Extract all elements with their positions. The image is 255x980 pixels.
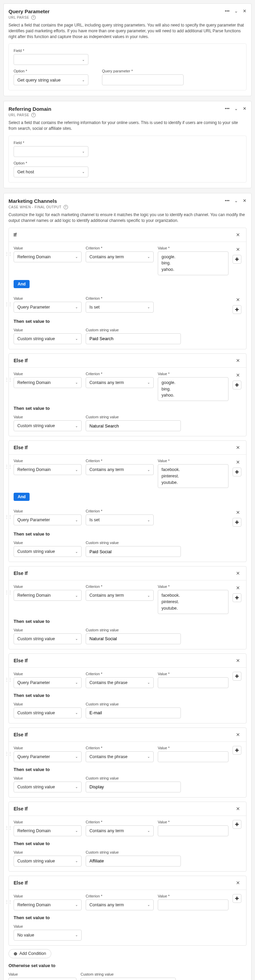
condition-value-select[interactable]: Query Parameter⌄ [14,677,81,688]
query-parameter-input[interactable] [102,75,183,85]
drag-handle-icon[interactable]: ⋮⋮ [5,899,11,904]
more-icon[interactable]: ••• [225,198,230,203]
field-select[interactable]: ⌄ [14,54,88,65]
result-value-select[interactable]: Custom string value⌄ [14,781,81,792]
criterion-select[interactable]: Contains any term⌄ [86,826,154,836]
result-value-select[interactable]: No value⌄ [14,930,81,940]
terms-input[interactable] [158,751,228,762]
close-icon[interactable]: ✕ [234,731,241,738]
remove-condition-icon[interactable]: ✕ [234,584,241,591]
result-string-input[interactable] [86,546,181,557]
drag-handle-icon[interactable]: ⋮⋮ [5,251,11,256]
criterion-select[interactable]: Contains any term⌄ [86,377,154,388]
add-condition-icon[interactable]: ✚ [233,593,241,602]
remove-condition-icon[interactable]: ✕ [234,459,241,466]
remove-condition-icon[interactable]: ✕ [234,372,241,379]
close-icon[interactable]: ✕ [234,444,241,451]
add-condition-button[interactable]: ⊕ Add Condition [8,949,51,958]
add-condition-icon[interactable]: ✚ [233,518,241,527]
result-value-select[interactable]: Custom string value⌄ [14,856,81,867]
drag-handle-icon[interactable]: ⋮⋮ [5,464,11,469]
close-icon[interactable]: ✕ [234,657,241,664]
option-select[interactable]: Get query string value⌄ [14,75,88,85]
close-icon[interactable]: ✕ [243,198,247,203]
chevron-down-icon[interactable]: ⌄ [234,8,238,14]
and-operator-pill[interactable]: And [14,493,30,501]
drag-handle-icon[interactable]: ⋮⋮ [5,751,11,756]
otherwise-string-input[interactable] [81,978,176,980]
criterion-select[interactable]: Contains any term⌄ [86,464,154,475]
condition-value-select[interactable]: Referring Domain⌄ [14,826,81,836]
terms-input[interactable]: facebook. pinterest. youtube. [158,590,228,614]
condition-value-select[interactable]: Referring Domain⌄ [14,590,81,601]
drag-handle-icon[interactable]: ⋮⋮ [5,826,11,830]
result-string-input[interactable] [86,633,181,644]
add-condition-icon[interactable]: ✚ [233,468,241,476]
more-icon[interactable]: ••• [225,106,230,111]
drag-handle-icon[interactable]: ⋮⋮ [5,302,11,307]
criterion-select[interactable]: Contains the phrase⌄ [86,677,154,688]
and-operator-pill[interactable]: And [14,280,30,288]
result-value-select[interactable]: Custom string value⌄ [14,333,81,344]
help-icon[interactable]: ? [31,15,36,20]
condition-value-select[interactable]: Referring Domain⌄ [14,899,81,910]
remove-condition-icon[interactable]: ✕ [234,509,241,516]
option-select[interactable]: Get host⌄ [14,167,88,177]
field-select[interactable]: ⌄ [14,146,88,157]
condition-value-select[interactable]: Query Parameter⌄ [14,514,81,525]
chevron-down-icon[interactable]: ⌄ [234,198,238,203]
drag-handle-icon[interactable]: ⋮⋮ [5,677,11,682]
help-icon[interactable]: ? [31,113,36,117]
add-condition-icon[interactable]: ✚ [233,255,241,264]
remove-condition-icon[interactable]: ✕ [234,296,241,303]
close-icon[interactable]: ✕ [243,8,247,14]
drag-handle-icon[interactable]: ⋮⋮ [5,514,11,519]
terms-input[interactable]: google. bing. yahoo. [158,377,228,401]
chevron-down-icon[interactable]: ⌄ [234,106,238,111]
criterion-select[interactable]: Is set⌄ [86,514,154,525]
add-condition-icon[interactable]: ✚ [233,305,241,314]
add-condition-icon[interactable]: ✚ [233,894,241,903]
result-string-input[interactable] [86,333,181,344]
otherwise-value-select[interactable]: Custom string value⌄ [8,978,76,980]
close-icon[interactable]: ✕ [234,805,241,812]
result-value-select[interactable]: Custom string value⌄ [14,708,81,718]
condition-value-select[interactable]: Query Parameter⌄ [14,302,81,313]
terms-input[interactable]: google. bing. yahoo. [158,251,228,275]
drag-handle-icon[interactable]: ⋮⋮ [5,377,11,382]
criterion-select[interactable]: Contains any term⌄ [86,899,154,910]
close-icon[interactable]: ✕ [234,880,241,886]
help-icon[interactable]: ? [64,205,68,209]
drag-handle-icon[interactable]: ⋮⋮ [5,590,11,595]
terms-input[interactable] [158,899,228,910]
result-string-input[interactable] [86,781,181,792]
result-value-select[interactable]: Custom string value⌄ [14,420,81,431]
criterion-select[interactable]: Is set⌄ [86,302,154,313]
criterion-select[interactable]: Contains any term⌄ [86,251,154,262]
close-icon[interactable]: ✕ [234,570,241,577]
close-icon[interactable]: ✕ [234,357,241,364]
result-string-input[interactable] [86,856,181,867]
remove-condition-icon[interactable]: ✕ [234,246,241,253]
condition-value-select[interactable]: Referring Domain⌄ [14,377,81,388]
terms-input[interactable] [158,826,228,836]
terms-input[interactable]: facebook. pinterest. youtube. [158,464,228,488]
result-value-select[interactable]: Custom string value⌄ [14,633,81,644]
result-value-select[interactable]: Custom string value⌄ [14,546,81,557]
terms-input[interactable] [158,677,228,688]
close-icon[interactable]: ✕ [234,231,241,238]
close-icon[interactable]: ✕ [243,106,247,111]
add-condition-icon[interactable]: ✚ [233,672,241,681]
criterion-select[interactable]: Contains the phrase⌄ [86,751,154,762]
condition-value-select[interactable]: Referring Domain⌄ [14,251,81,262]
condition-value-select[interactable]: Referring Domain⌄ [14,464,81,475]
more-icon[interactable]: ••• [225,8,230,14]
criterion-select[interactable]: Contains any term⌄ [86,590,154,601]
add-condition-icon[interactable]: ✚ [233,820,241,829]
condition-value-select[interactable]: Query Parameter⌄ [14,751,81,762]
value-label: Value [14,628,81,632]
add-condition-icon[interactable]: ✚ [233,380,241,390]
add-condition-icon[interactable]: ✚ [233,746,241,755]
result-string-input[interactable] [86,420,181,431]
result-string-input[interactable] [86,708,181,718]
